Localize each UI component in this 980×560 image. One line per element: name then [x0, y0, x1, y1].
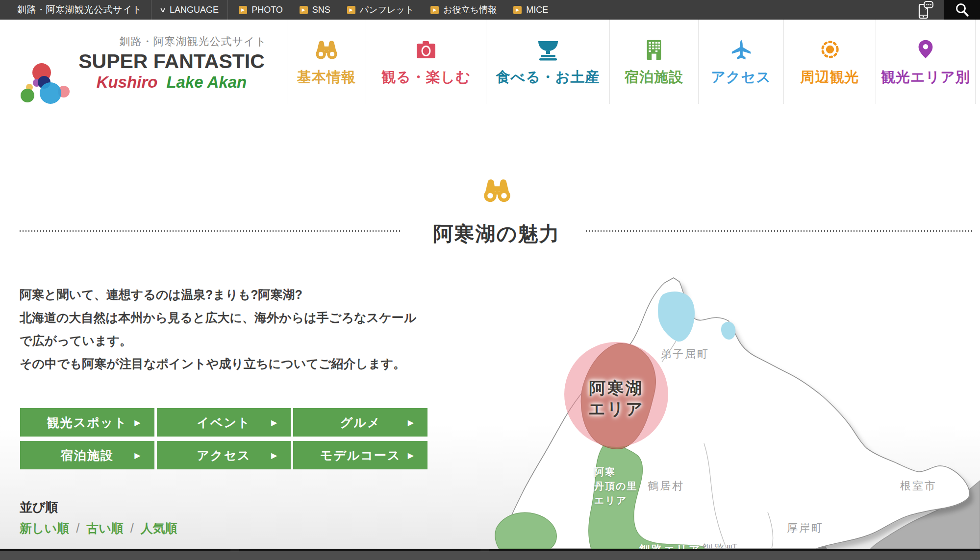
topbar-link-label: PHOTO: [251, 5, 283, 15]
arrow-bullet-icon: ▶: [300, 6, 308, 14]
cta-label: グルメ: [340, 414, 381, 431]
sms-phone-icon: [918, 0, 934, 20]
region-map: 弟子屈町 鶴居村 根室市 厚岸町 釧路町 阿寒湖 エリア 阿寒 丹頂の里 エリア…: [490, 222, 980, 549]
section-binoculars-icon: [480, 176, 514, 204]
topbar-link-label: SNS: [312, 5, 330, 15]
main-nav: 基本情報 観る・楽しむ 食べる・お土産: [287, 20, 976, 104]
logo-subtitle-kushiro: Kushiro: [97, 73, 158, 91]
intro-paragraph: 阿寒と聞いて、連想するのは温泉?まりも?阿寒湖? 北海道の大自然は本州から見ると…: [20, 283, 451, 375]
logo-tagline: 釧路・阿寒湖観光公式サイト: [74, 34, 270, 49]
bottom-frame-bar: [0, 549, 980, 560]
camera-icon: [414, 36, 438, 61]
food-cover-icon: [536, 36, 560, 61]
cta-sightseeing-spots-button[interactable]: 観光スポット ▶: [20, 408, 154, 437]
hotel-building-icon: [643, 36, 665, 61]
cta-label: 宿泊施設: [61, 447, 114, 463]
search-icon: [954, 2, 970, 18]
sort-popular-link[interactable]: 人気順: [141, 520, 177, 536]
sort-separator: /: [130, 521, 134, 536]
topbar-link-pamphlet[interactable]: ▶ パンフレット: [347, 4, 414, 16]
intro-line: 阿寒と聞いて、連想するのは温泉?まりも?阿寒湖?: [20, 283, 451, 306]
intro-line: その中でも阿寒が注目なポイントや成り立ちについてご紹介します。: [20, 352, 451, 375]
language-menu[interactable]: ∨ LANGUAGE: [151, 5, 227, 15]
arrow-right-icon: ▶: [134, 451, 141, 460]
intro-line: で広がっています。: [20, 329, 451, 352]
logo-subtitle-lake-akan: Lake Akan: [166, 73, 247, 91]
nav-tab-label: 基本情報: [297, 68, 356, 87]
chevron-down-icon: ∨: [159, 6, 166, 14]
map-label-akanko-area: 阿寒湖 エリア: [567, 378, 665, 419]
cta-model-course-button[interactable]: モデルコース ▶: [293, 441, 427, 469]
site-logo[interactable]: 釧路・阿寒湖観光公式サイト SUPER FANTASTIC KushiroLak…: [0, 20, 287, 104]
nav-tab-hotels[interactable]: 宿泊施設: [609, 20, 698, 104]
nav-tab-label: アクセス: [711, 68, 771, 87]
sort-heading: 並び順: [20, 499, 58, 516]
cta-label: アクセス: [197, 447, 251, 463]
site-header: 釧路・阿寒湖観光公式サイト SUPER FANTASTIC KushiroLak…: [0, 20, 980, 104]
map-label-nemuro: 根室市: [900, 479, 937, 493]
cta-access-button[interactable]: アクセス ▶: [157, 441, 291, 469]
arrow-right-icon: ▶: [271, 418, 278, 427]
topbar-site-title: 釧路・阿寒湖観光公式サイト: [17, 3, 142, 16]
arrow-right-icon: ▶: [408, 451, 415, 460]
cta-events-button[interactable]: イベント ▶: [157, 408, 291, 437]
arrow-right-icon: ▶: [271, 451, 278, 460]
topbar-link-photo[interactable]: ▶ PHOTO: [239, 5, 283, 15]
nav-tab-label: 観光エリア別: [881, 68, 970, 87]
topbar-link-label: お役立ち情報: [443, 4, 497, 16]
arrow-bullet-icon: ▶: [347, 6, 355, 14]
arrow-bullet-icon: ▶: [430, 6, 439, 14]
nav-tab-label: 宿泊施設: [625, 68, 683, 87]
topbar-link-mice[interactable]: ▶ MICE: [513, 5, 548, 15]
nav-tab-access[interactable]: アクセス: [698, 20, 783, 104]
logo-subtitle: KushiroLake Akan: [74, 73, 270, 92]
topbar-divider: [227, 0, 228, 20]
cta-hotels-button[interactable]: 宿泊施設 ▶: [20, 441, 154, 469]
bottom-bar-notch: [230, 549, 239, 551]
arrow-right-icon: ▶: [134, 418, 141, 427]
airplane-icon: [730, 36, 753, 61]
topbar-link-label: MICE: [526, 5, 548, 15]
topbar-link-sns[interactable]: ▶ SNS: [300, 5, 330, 15]
sort-newest-link[interactable]: 新しい順: [20, 520, 69, 536]
cta-label: イベント: [197, 414, 251, 431]
topbar-link-label: パンフレット: [360, 4, 414, 16]
bottom-bar-notch: [480, 549, 489, 551]
arrow-bullet-icon: ▶: [513, 6, 522, 14]
nav-tab-by-area[interactable]: 観光エリア別: [876, 20, 976, 104]
sort-oldest-link[interactable]: 古い順: [86, 520, 124, 536]
top-utility-bar: 釧路・阿寒湖観光公式サイト ∨ LANGUAGE ▶ PHOTO ▶ SNS ▶…: [0, 0, 980, 20]
cta-label: モデルコース: [320, 447, 401, 463]
topbar-link-useful-info[interactable]: ▶ お役立ち情報: [430, 4, 497, 16]
intro-line: 北海道の大自然は本州から見ると広大に、海外からは手ごろなスケール: [20, 306, 451, 329]
nav-tab-eat-souvenir[interactable]: 食べる・お土産: [486, 20, 609, 104]
sun-icon: [819, 36, 841, 61]
map-label-akkeshi: 厚岸町: [787, 521, 824, 536]
map-pin-icon: [915, 36, 936, 61]
map-label-tsurui: 鶴居村: [648, 479, 684, 493]
logo-title: SUPER FANTASTIC: [74, 50, 270, 73]
language-label: LANGUAGE: [170, 5, 219, 15]
arrow-bullet-icon: ▶: [239, 6, 247, 14]
title-dotted-line-left: [20, 230, 401, 232]
nav-tab-surrounding-sightseeing[interactable]: 周辺観光: [783, 20, 876, 104]
sms-phone-button[interactable]: [916, 0, 936, 20]
sort-separator: /: [76, 521, 79, 536]
search-button[interactable]: [944, 0, 980, 20]
map-label-tancho-area: 阿寒 丹頂の里 エリア: [594, 465, 637, 508]
topbar-menu: ▶ PHOTO ▶ SNS ▶ パンフレット ▶ お役立ち情報 ▶ MICE: [239, 4, 548, 16]
nav-tab-label: 周辺観光: [801, 68, 859, 87]
cta-button-grid: 観光スポット ▶ イベント ▶ グルメ ▶ 宿泊施設 ▶ アクセス ▶ モデルコ…: [20, 408, 427, 469]
nav-tab-basic-info[interactable]: 基本情報: [287, 20, 366, 104]
sort-links: 新しい順 / 古い順 / 人気順: [20, 520, 177, 536]
binoculars-icon: [314, 36, 339, 61]
nav-tab-see-enjoy[interactable]: 観る・楽しむ: [366, 20, 486, 104]
cta-label: 観光スポット: [47, 414, 127, 431]
nav-tab-label: 観る・楽しむ: [381, 68, 471, 87]
arrow-right-icon: ▶: [408, 418, 415, 427]
nav-tab-label: 食べる・お土産: [496, 68, 600, 87]
map-label-teshikaga: 弟子屈町: [660, 347, 709, 362]
cta-gourmet-button[interactable]: グルメ ▶: [293, 408, 427, 437]
map-label-kushiro-area: 釧路エリア: [628, 542, 712, 549]
